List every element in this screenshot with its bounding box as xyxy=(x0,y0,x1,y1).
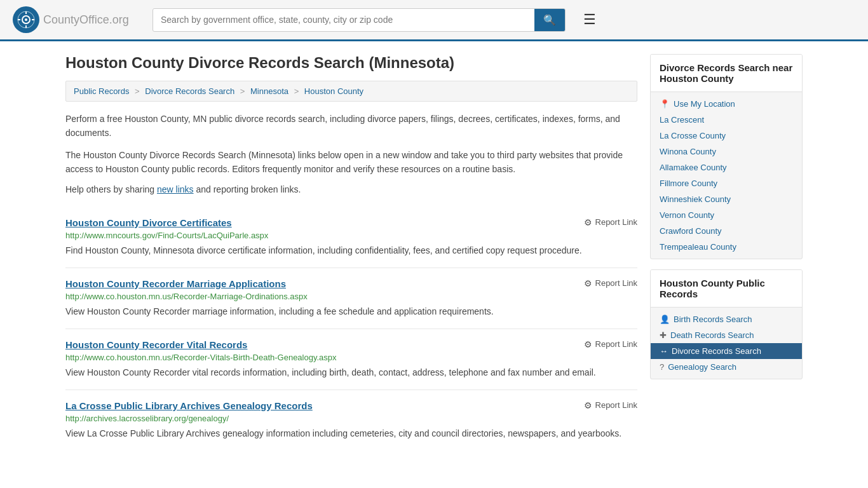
record-icon: ↔ xyxy=(660,346,668,356)
site-header: CountyOffice.org 🔍 ☰ xyxy=(0,0,868,41)
public-records-link[interactable]: Genealogy Search xyxy=(668,362,736,372)
nearby-item-0[interactable]: 📍Use My Location xyxy=(651,96,802,112)
logo-icon xyxy=(13,6,39,33)
nearby-item-2[interactable]: La Crosse County xyxy=(651,128,802,144)
report-link[interactable]: ⚙ Report Link xyxy=(584,278,637,288)
svg-point-6 xyxy=(25,18,27,21)
public-records-item-1[interactable]: ✚Death Records Search xyxy=(651,327,802,343)
result-item-3: La Crosse Public Library Archives Geneal… xyxy=(65,390,637,451)
nearby-link[interactable]: Crawford County xyxy=(660,226,722,236)
result-item-0: Houston County Divorce Certificates ⚙ Re… xyxy=(65,207,637,268)
menu-button[interactable]: ☰ xyxy=(578,9,601,30)
public-records-list: 👤Birth Records Search✚Death Records Sear… xyxy=(651,308,802,379)
report-link[interactable]: ⚙ Report Link xyxy=(584,217,637,227)
record-icon: 👤 xyxy=(660,315,670,324)
nearby-item-9[interactable]: Trempealeau County xyxy=(651,239,802,255)
result-header: La Crosse Public Library Archives Geneal… xyxy=(65,400,637,411)
breadcrumb-minnesota[interactable]: Minnesota xyxy=(250,86,288,96)
result-description: View La Crosse Public Library Archives g… xyxy=(65,427,637,440)
result-title[interactable]: Houston County Divorce Certificates xyxy=(65,217,232,228)
result-description: Find Houston County, Minnesota divorce c… xyxy=(65,244,637,257)
nearby-link[interactable]: La Crosse County xyxy=(660,131,726,140)
public-records-section: Houston County Public Records 👤Birth Rec… xyxy=(650,269,803,379)
breadcrumb-divorce-records[interactable]: Divorce Records Search xyxy=(145,86,234,96)
public-records-item-0[interactable]: 👤Birth Records Search xyxy=(651,311,802,327)
nearby-section: Divorce Records Search near Houston Coun… xyxy=(650,54,803,259)
result-description: View Houston County Recorder marriage in… xyxy=(65,305,637,318)
nearby-item-5[interactable]: Fillmore County xyxy=(651,175,802,191)
sidebar: Divorce Records Search near Houston Coun… xyxy=(650,54,803,451)
nearby-link[interactable]: Trempealeau County xyxy=(660,242,736,252)
nearby-link[interactable]: Vernon County xyxy=(660,210,714,220)
breadcrumb-houston-county[interactable]: Houston County xyxy=(304,86,363,96)
result-url[interactable]: http://www.mncourts.gov/Find-Courts/LacQ… xyxy=(65,231,637,240)
nearby-item-8[interactable]: Crawford County xyxy=(651,223,802,239)
result-header: Houston County Recorder Marriage Applica… xyxy=(65,278,637,289)
nearby-item-3[interactable]: Winona County xyxy=(651,144,802,159)
report-link[interactable]: ⚙ Report Link xyxy=(584,339,637,349)
nearby-header: Divorce Records Search near Houston Coun… xyxy=(651,55,802,92)
public-records-link[interactable]: Divorce Records Search xyxy=(672,346,761,356)
site-logo[interactable]: CountyOffice.org xyxy=(13,6,140,33)
search-bar: 🔍 xyxy=(153,8,566,32)
results-list: Houston County Divorce Certificates ⚙ Re… xyxy=(65,207,637,451)
report-icon: ⚙ xyxy=(584,217,592,227)
help-text: Help others by sharing new links and rep… xyxy=(65,184,637,194)
nearby-list: 📍Use My LocationLa CrescentLa Crosse Cou… xyxy=(651,92,802,259)
public-records-item-3[interactable]: ?Genealogy Search xyxy=(651,359,802,375)
main-content: Houston County Divorce Records Search (M… xyxy=(53,41,815,463)
logo-text: CountyOffice.org xyxy=(43,13,129,27)
nearby-item-1[interactable]: La Crescent xyxy=(651,112,802,128)
public-records-link[interactable]: Birth Records Search xyxy=(674,315,752,324)
nearby-link[interactable]: La Crescent xyxy=(660,115,704,125)
result-url[interactable]: http://www.co.houston.mn.us/Recorder-Vit… xyxy=(65,353,637,362)
nearby-link[interactable]: Winona County xyxy=(660,147,716,156)
result-url[interactable]: http://archives.lacrosselibrary.org/gene… xyxy=(65,414,637,423)
search-input[interactable] xyxy=(153,10,534,30)
result-title[interactable]: La Crosse Public Library Archives Geneal… xyxy=(65,400,313,411)
nearby-link[interactable]: Fillmore County xyxy=(660,179,717,188)
public-records-item-2[interactable]: ↔Divorce Records Search xyxy=(651,343,802,359)
nearby-link[interactable]: Use My Location xyxy=(674,99,735,109)
nearby-item-4[interactable]: Allamakee County xyxy=(651,159,802,175)
report-icon: ⚙ xyxy=(584,400,592,410)
record-icon: ? xyxy=(660,362,664,372)
breadcrumb: Public Records > Divorce Records Search … xyxy=(65,81,637,102)
result-description: View Houston County Recorder vital recor… xyxy=(65,366,637,379)
breadcrumb-sep1: > xyxy=(135,86,142,96)
search-button[interactable]: 🔍 xyxy=(534,9,565,31)
breadcrumb-sep2: > xyxy=(240,86,247,96)
description-2: The Houston County Divorce Records Searc… xyxy=(65,148,637,177)
result-item-1: Houston County Recorder Marriage Applica… xyxy=(65,268,637,329)
location-icon: 📍 xyxy=(660,99,670,109)
result-header: Houston County Recorder Vital Records ⚙ … xyxy=(65,339,637,350)
breadcrumb-public-records[interactable]: Public Records xyxy=(74,86,129,96)
public-records-header: Houston County Public Records xyxy=(651,270,802,308)
page-title: Houston County Divorce Records Search (M… xyxy=(65,54,637,72)
description-1: Perform a free Houston County, MN public… xyxy=(65,112,637,140)
content-left: Houston County Divorce Records Search (M… xyxy=(65,54,637,451)
result-url[interactable]: http://www.co.houston.mn.us/Recorder-Mar… xyxy=(65,292,637,301)
nearby-item-7[interactable]: Vernon County xyxy=(651,207,802,223)
result-title[interactable]: Houston County Recorder Marriage Applica… xyxy=(65,278,286,289)
public-records-link[interactable]: Death Records Search xyxy=(670,330,754,340)
result-header: Houston County Divorce Certificates ⚙ Re… xyxy=(65,217,637,228)
record-icon: ✚ xyxy=(660,330,667,340)
nearby-item-6[interactable]: Winneshiek County xyxy=(651,191,802,207)
result-item-2: Houston County Recorder Vital Records ⚙ … xyxy=(65,329,637,390)
nearby-link[interactable]: Allamakee County xyxy=(660,163,727,172)
report-icon: ⚙ xyxy=(584,278,592,288)
result-title[interactable]: Houston County Recorder Vital Records xyxy=(65,339,247,350)
report-link[interactable]: ⚙ Report Link xyxy=(584,400,637,410)
report-icon: ⚙ xyxy=(584,339,592,349)
nearby-link[interactable]: Winneshiek County xyxy=(660,194,731,204)
breadcrumb-sep3: > xyxy=(294,86,301,96)
new-links-link[interactable]: new links xyxy=(157,184,194,194)
